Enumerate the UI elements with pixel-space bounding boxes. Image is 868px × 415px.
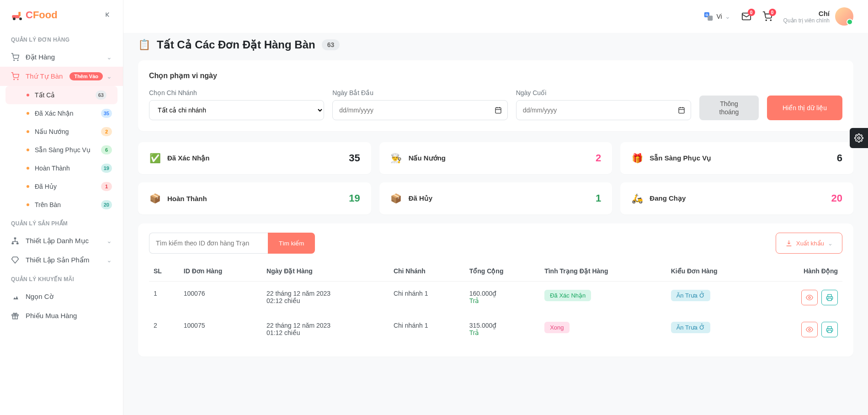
sidebar-sub-item[interactable]: Sẵn Sàng Phục Vụ6 (0, 141, 123, 159)
th-branch: Chi Nhánh (389, 261, 465, 282)
menu-order[interactable]: Đặt Hàng ⌄ (0, 48, 123, 67)
collapse-sidebar-icon[interactable] (104, 11, 112, 20)
stat-value: 6 (837, 152, 842, 164)
stat-card[interactable]: 🛵Đang Chạy20 (620, 182, 853, 214)
chevron-down-icon: ⌄ (107, 73, 112, 80)
user-menu[interactable]: Chí Quản trị viên chính (783, 7, 853, 26)
count-badge: 63 (96, 90, 107, 100)
section-promo: QUẢN LÝ KHUYẾN MÃI (0, 270, 123, 287)
th-id: ID Đơn Hàng (179, 261, 262, 282)
cart-button[interactable]: 0 (762, 11, 772, 21)
stat-card[interactable]: 🎁Sẵn Sàng Phục Vụ6 (620, 142, 853, 174)
stat-card[interactable]: 👨‍🍳Nấu Nướng2 (379, 142, 612, 174)
svg-point-5 (17, 60, 18, 61)
search-input[interactable] (149, 233, 268, 254)
table-row: 210007522 tháng 12 năm 202301:12 chiềuCh… (149, 314, 842, 346)
language-selector[interactable]: G Vi ⌄ (703, 11, 730, 21)
svg-rect-14 (708, 16, 713, 21)
stat-label: Sẵn Sàng Phục Vụ (650, 154, 711, 162)
page-count-badge: 63 (322, 39, 340, 50)
count-badge: 20 (101, 200, 112, 209)
view-button[interactable] (801, 290, 818, 305)
chevron-down-icon: ⌄ (828, 240, 833, 247)
svg-text:G: G (706, 13, 708, 17)
count-badge: 1 (101, 182, 112, 191)
count-badge: 19 (101, 164, 112, 173)
sidebar: CFood QUẢN LÝ ĐƠN HÀNG Đặt Hàng ⌄ Thứ Tự… (0, 0, 123, 415)
menu-banner[interactable]: Ngọn Cờ (0, 287, 123, 306)
menu-table-order[interactable]: Thứ Tự Bàn Thêm Vào ⌄ (0, 67, 123, 86)
start-date-input[interactable] (332, 100, 507, 120)
logo[interactable]: CFood (11, 9, 58, 21)
menu-category-setup[interactable]: Thiết Lập Danh Mục ⌄ (0, 231, 123, 250)
stat-card[interactable]: ✅Đã Xác Nhận35 (138, 142, 371, 174)
scooter-icon (11, 10, 24, 21)
chevron-down-icon: ⌄ (107, 53, 112, 61)
page-title: Tất Cả Các Đơn Đặt Hàng Bàn (157, 38, 315, 51)
svg-point-18 (770, 20, 771, 21)
stat-icon: 👨‍🍳 (390, 152, 402, 164)
branch-label: Chọn Chi Nhánh (149, 89, 324, 96)
svg-point-2 (19, 17, 22, 20)
status-badge: Xong (544, 322, 569, 333)
stat-card[interactable]: 📦Hoàn Thành19 (138, 182, 371, 214)
stat-label: Đã Hủy (409, 194, 433, 202)
stat-value: 2 (596, 152, 601, 164)
printer-icon (826, 326, 833, 333)
th-total: Tổng Cộng (465, 261, 540, 282)
svg-point-6 (14, 79, 15, 80)
section-orders: QUẢN LÝ ĐƠN HÀNG (0, 30, 123, 48)
messages-button[interactable]: 0 (741, 11, 751, 21)
settings-fab[interactable] (850, 128, 868, 148)
user-name: Chí (783, 10, 830, 17)
print-button[interactable] (821, 322, 838, 337)
search-button[interactable]: Tìm kiếm (268, 233, 315, 254)
logo-row: CFood (0, 9, 123, 30)
menu-voucher[interactable]: Phiếu Mua Hàng (0, 306, 123, 325)
svg-point-4 (14, 60, 15, 61)
th-actions: Hành Động (763, 261, 842, 282)
type-badge: Ăn Trưa Ở (671, 322, 710, 333)
stat-value: 35 (349, 152, 360, 164)
status-badge: Đã Xác Nhận (544, 290, 591, 301)
svg-rect-8 (14, 238, 16, 239)
menu-product-setup[interactable]: Thiết Lập Sản Phẩm ⌄ (0, 250, 123, 270)
eye-icon (806, 294, 813, 301)
table-row: 110007622 tháng 12 năm 202302:12 chiềuCh… (149, 282, 842, 314)
th-date: Ngày Đặt Hàng (262, 261, 389, 282)
stat-label: Đang Chạy (650, 194, 686, 202)
svg-point-7 (17, 79, 18, 80)
sidebar-sub-item[interactable]: Đã Hủy1 (0, 177, 123, 196)
end-date-label: Ngày Cuối (516, 89, 691, 96)
print-button[interactable] (821, 290, 838, 305)
stat-value: 1 (596, 192, 601, 204)
svg-point-1 (13, 17, 16, 20)
svg-rect-3 (18, 12, 21, 16)
branch-select[interactable]: Tất cả chi nhánh (149, 100, 324, 120)
th-status: Tình Trạng Đặt Hàng (540, 261, 666, 282)
flag-icon (11, 293, 19, 301)
show-data-button[interactable]: Hiển thị dữ liệu (767, 96, 842, 120)
clear-button[interactable]: Thông thoáng (699, 96, 759, 120)
svg-rect-0 (12, 15, 19, 18)
orders-panel: Tìm kiếm Xuất khẩu ⌄ SL ID Đơn Hàng Ngày… (138, 223, 853, 356)
export-button[interactable]: Xuất khẩu ⌄ (776, 233, 842, 254)
svg-rect-20 (828, 298, 831, 300)
end-date-input[interactable] (516, 100, 691, 120)
sidebar-sub-item[interactable]: Hoàn Thành19 (0, 159, 123, 177)
sidebar-sub-item[interactable]: Nấu Nướng2 (0, 122, 123, 141)
stat-value: 19 (349, 192, 360, 204)
svg-point-21 (809, 329, 810, 330)
sidebar-sub-item[interactable]: Trên Bàn20 (0, 196, 123, 214)
filter-title: Chọn phạm vi ngày (149, 71, 842, 80)
add-badge: Thêm Vào (69, 72, 103, 80)
stat-icon: 📦 (390, 192, 402, 204)
stat-label: Đã Xác Nhận (167, 154, 209, 162)
topbar: G Vi ⌄ 0 0 Chí Quản trị viên chính (123, 0, 868, 33)
stat-icon: ✅ (149, 152, 161, 164)
stat-card[interactable]: 📦Đã Hủy1 (379, 182, 612, 214)
svg-point-17 (766, 20, 767, 21)
view-button[interactable] (801, 322, 818, 337)
sidebar-sub-item[interactable]: Đã Xác Nhận35 (0, 104, 123, 122)
sidebar-sub-item[interactable]: Tất Cả63 (5, 86, 117, 104)
